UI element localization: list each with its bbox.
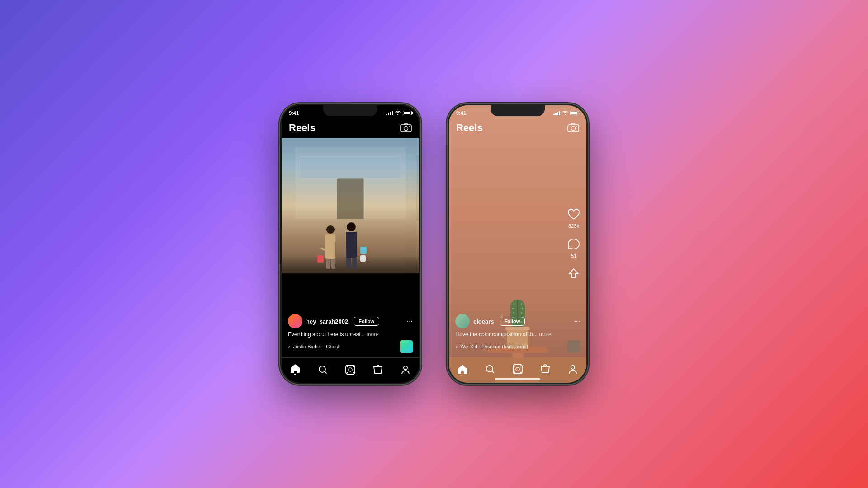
notch xyxy=(323,105,377,116)
phone-2: 9:41 xyxy=(448,104,588,384)
follow-button-1[interactable]: Follow xyxy=(354,317,379,326)
building-facade xyxy=(295,147,406,219)
camera-button-1[interactable] xyxy=(400,123,412,133)
nav-search-2[interactable] xyxy=(481,360,499,378)
app-header-1: Reels xyxy=(282,118,419,138)
svg-point-17 xyxy=(514,366,515,367)
nav-shop-2[interactable] xyxy=(536,360,554,378)
svg-point-9 xyxy=(353,372,354,373)
music-row-2: ♪ Wiz Kid · Essence (feat. Tems) xyxy=(455,340,580,353)
battery-icon-2 xyxy=(570,111,579,115)
side-actions-2: 823k 51 xyxy=(566,206,582,282)
share-action-2[interactable] xyxy=(566,266,582,282)
svg-point-21 xyxy=(571,366,575,369)
svg-point-13 xyxy=(576,126,577,127)
video-scene-1 xyxy=(282,138,419,273)
door xyxy=(337,178,364,219)
body-right xyxy=(346,232,357,258)
figure-right xyxy=(346,222,357,269)
svg-rect-0 xyxy=(401,125,411,132)
wifi-icon xyxy=(395,111,401,115)
svg-point-20 xyxy=(520,372,521,373)
home-indicator-2 xyxy=(495,378,540,380)
svg-point-2 xyxy=(409,126,410,127)
svg-point-1 xyxy=(404,127,408,131)
nav-home-1[interactable] xyxy=(286,361,304,379)
page-title-1: Reels xyxy=(289,122,316,134)
nav-profile-1[interactable] xyxy=(396,361,415,379)
time-2: 9:41 xyxy=(456,110,466,116)
nav-home-2[interactable] xyxy=(453,360,472,378)
svg-point-5 xyxy=(349,368,352,371)
comment-action-2[interactable]: 51 xyxy=(566,236,582,258)
wifi-icon-2 xyxy=(562,111,568,115)
bag-left xyxy=(317,255,324,263)
body-left xyxy=(326,234,335,259)
video-area-1: 823k 51 xyxy=(282,138,419,273)
music-label-1: Justin Bieber · Ghost xyxy=(293,344,340,349)
avatar-2 xyxy=(455,314,470,328)
head-right xyxy=(347,222,356,231)
status-icons-2 xyxy=(553,111,579,115)
nav-shop-1[interactable] xyxy=(369,361,387,379)
home-dot-1 xyxy=(294,374,296,375)
comment-icon-2 xyxy=(566,236,582,252)
head-left xyxy=(326,225,335,234)
svg-point-8 xyxy=(346,372,348,373)
status-icons-1 xyxy=(386,111,412,115)
nav-search-1[interactable] xyxy=(314,361,332,379)
camera-button-2[interactable] xyxy=(567,123,579,133)
screen-warm: 9:41 xyxy=(449,105,586,383)
comment-count-2: 51 xyxy=(571,253,576,258)
bottom-nav-1 xyxy=(282,357,419,383)
svg-point-19 xyxy=(514,372,515,373)
nav-reels-2[interactable] xyxy=(509,360,527,378)
svg-point-18 xyxy=(520,366,521,367)
page-title-2: Reels xyxy=(456,122,483,134)
music-label-2: Wiz Kid · Essence (feat. Tems) xyxy=(461,344,528,349)
svg-point-10 xyxy=(404,366,407,370)
caption-1: Everthing about here is unreal... more xyxy=(288,331,413,338)
nav-reels-1[interactable] xyxy=(341,361,359,379)
like-action-2[interactable]: 823k xyxy=(566,206,582,229)
more-icon-1[interactable]: ··· xyxy=(407,317,413,325)
svg-point-7 xyxy=(353,366,354,367)
time-1: 9:41 xyxy=(289,110,299,116)
battery-icon xyxy=(403,111,412,115)
svg-point-6 xyxy=(346,366,348,367)
legs-right xyxy=(346,258,357,269)
legs-left xyxy=(326,259,335,269)
music-thumb-1[interactable] xyxy=(400,340,413,353)
bags-right xyxy=(360,247,367,262)
like-count-2: 823k xyxy=(568,223,579,229)
music-row-1: ♪ Justin Bieber · Ghost xyxy=(288,340,413,353)
signal-icon xyxy=(386,111,393,115)
share-icon-2 xyxy=(566,266,582,282)
user-row-1: hey_sarah2002 Follow ··· xyxy=(288,314,413,328)
follow-button-2[interactable]: Follow xyxy=(500,317,525,326)
post-info-2: eloears Follow ··· I love the color comp… xyxy=(449,310,586,357)
svg-rect-11 xyxy=(568,125,579,132)
nav-profile-2[interactable] xyxy=(564,360,582,378)
bottom-nav-2 xyxy=(449,357,586,383)
username-1: hey_sarah2002 xyxy=(306,318,348,325)
avatar-1 xyxy=(288,314,302,328)
screen-dark: 9:41 xyxy=(282,105,419,383)
caption-2: I love the color composition of th... mo… xyxy=(455,331,580,338)
phone-1: 9:41 xyxy=(280,104,420,384)
signal-icon-2 xyxy=(553,111,560,115)
username-2: eloears xyxy=(473,318,494,325)
heart-icon-2 xyxy=(566,206,582,222)
user-row-2: eloears Follow ··· xyxy=(455,314,580,328)
figure-left xyxy=(326,225,335,269)
music-thumb-2[interactable] xyxy=(567,340,580,353)
app-header-2: Reels xyxy=(449,118,586,138)
svg-point-16 xyxy=(516,367,519,371)
svg-point-12 xyxy=(571,127,576,131)
more-icon-2[interactable]: ··· xyxy=(574,317,580,325)
post-info-1: hey_sarah2002 Follow ··· Everthing about… xyxy=(282,310,419,357)
notch-2 xyxy=(491,105,545,116)
window xyxy=(300,156,401,178)
